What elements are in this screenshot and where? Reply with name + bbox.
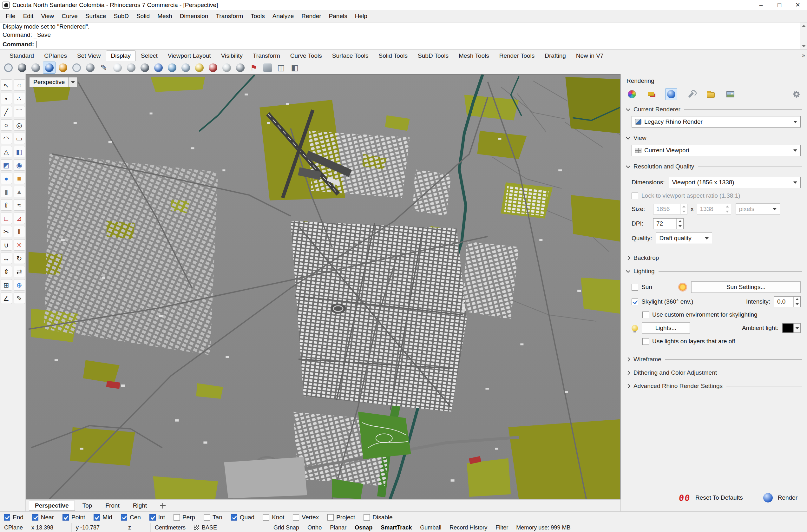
- menu-item[interactable]: Tools: [247, 11, 268, 21]
- toolbar-tab[interactable]: Drafting: [540, 51, 571, 61]
- command-input[interactable]: Command:: [2, 39, 807, 49]
- emap-display-icon[interactable]: [193, 61, 206, 74]
- toolbar-tab[interactable]: Solid Tools: [374, 51, 413, 61]
- gumball-tool-icon[interactable]: ⊕: [14, 279, 25, 290]
- width-field[interactable]: 1856: [653, 204, 687, 214]
- ellipse-tool-icon[interactable]: ◎: [14, 119, 25, 131]
- minimize-button[interactable]: –: [752, 0, 770, 10]
- menu-item[interactable]: File: [2, 11, 19, 21]
- cplane-button[interactable]: CPlane: [0, 523, 27, 532]
- loft-tool-icon[interactable]: ≈: [14, 199, 25, 211]
- monochrome-display-icon[interactable]: [125, 61, 137, 74]
- shaded-display-icon[interactable]: [16, 61, 28, 74]
- sun-checkbox[interactable]: Sun: [632, 284, 679, 290]
- osnap-toggle[interactable]: Tan: [204, 514, 223, 521]
- viewport-canvas[interactable]: Perspective: [26, 74, 620, 499]
- monitor-display-icon[interactable]: [261, 61, 274, 74]
- backface-display-icon[interactable]: [166, 61, 178, 74]
- revolve-tool-icon[interactable]: ◉: [14, 159, 25, 171]
- dpi-field[interactable]: 72: [653, 218, 684, 229]
- scroll-down-icon[interactable]: [800, 43, 807, 49]
- status-toggle[interactable]: Ortho: [303, 523, 326, 532]
- spinner[interactable]: [724, 204, 731, 214]
- lights-button[interactable]: Lights...: [642, 322, 690, 334]
- custom-environment-checkbox[interactable]: Use custom environment for skylighting: [642, 311, 801, 318]
- section-header-lighting[interactable]: Lighting: [626, 265, 802, 278]
- lights-off-layers-checkbox[interactable]: Use lights on layers that are off: [642, 338, 801, 345]
- surface-tool-icon[interactable]: ◧: [14, 146, 25, 157]
- circle-tool-icon[interactable]: ○: [1, 119, 12, 131]
- rectangle-tool-icon[interactable]: ▭: [14, 133, 25, 144]
- tools-panel-tab[interactable]: [685, 88, 697, 100]
- sweep-tool-icon[interactable]: ◩: [1, 159, 12, 171]
- select-tool-icon[interactable]: ↖: [1, 79, 12, 91]
- pan-cross-icon[interactable]: [159, 502, 166, 509]
- trim-tool-icon[interactable]: ✂: [1, 226, 12, 237]
- annotate-tool-icon[interactable]: ✎: [14, 292, 25, 304]
- status-toggle[interactable]: Record History: [445, 523, 492, 532]
- lock-aspect-checkbox[interactable]: Lock to viewport aspect ratio (1.38:1): [632, 192, 801, 199]
- osnap-toggle[interactable]: Vertex: [293, 514, 319, 521]
- scale-tool-icon[interactable]: ⇕: [1, 266, 12, 277]
- menu-item[interactable]: Surface: [81, 11, 110, 21]
- box-tool-icon[interactable]: ■: [14, 173, 25, 184]
- osnap-toggle[interactable]: Perp: [174, 514, 195, 521]
- fillet-tool-icon[interactable]: ∟: [1, 212, 12, 224]
- menu-item[interactable]: Solid: [133, 11, 154, 21]
- cone-tool-icon[interactable]: ▲: [14, 186, 25, 197]
- toolbar-tab[interactable]: Render Tools: [494, 51, 540, 61]
- red-flag-display-icon[interactable]: ⚑: [247, 61, 260, 74]
- wireframe-display-icon[interactable]: [2, 61, 15, 74]
- dimensions-dropdown[interactable]: Viewport (1856 x 1338): [669, 177, 801, 188]
- section-header-current-renderer[interactable]: Current Renderer: [626, 103, 802, 116]
- status-toggle[interactable]: Gumball: [416, 523, 445, 532]
- skylight-checkbox[interactable]: Skylight (360° env.): [632, 298, 693, 305]
- toolbar-tab[interactable]: Standard: [4, 51, 39, 61]
- osnap-toggle[interactable]: Mid: [94, 514, 112, 521]
- units-button[interactable]: Centimeters: [151, 523, 190, 532]
- lasso-select-tool-icon[interactable]: ◌: [14, 79, 25, 91]
- technical-display-icon[interactable]: [70, 61, 83, 74]
- menu-item[interactable]: SubD: [110, 11, 133, 21]
- arc-tool-icon[interactable]: ◠: [1, 133, 12, 144]
- status-toggle[interactable]: Planar: [326, 523, 350, 532]
- menu-item[interactable]: Edit: [19, 11, 37, 21]
- toolbar-overflow-icon[interactable]: »: [802, 52, 805, 59]
- osnap-toggle[interactable]: Knot: [263, 514, 284, 521]
- toolbar-tab[interactable]: New in V7: [571, 51, 609, 61]
- toolbar-tab[interactable]: Set View: [72, 51, 106, 61]
- status-toggle[interactable]: Grid Snap: [269, 523, 303, 532]
- shade-selected-icon[interactable]: [152, 61, 165, 74]
- osnap-toggle[interactable]: Point: [62, 514, 85, 521]
- flat-shade-icon[interactable]: [138, 61, 151, 74]
- layers-panel-tab[interactable]: [646, 88, 658, 100]
- raytraced-display-icon[interactable]: [56, 61, 69, 74]
- viewport-tab[interactable]: Right: [127, 501, 153, 510]
- zebra-display-icon[interactable]: [220, 61, 233, 74]
- status-toggle[interactable]: SmartTrack: [377, 523, 416, 532]
- quality-dropdown[interactable]: Draft quality: [656, 232, 712, 244]
- spinner[interactable]: [676, 218, 683, 229]
- osnap-toggle[interactable]: End: [4, 514, 23, 521]
- viewport-tab[interactable]: Front: [100, 501, 125, 510]
- maximize-button[interactable]: □: [770, 0, 789, 10]
- cylinder-tool-icon[interactable]: ▮: [1, 186, 12, 197]
- intensity-field[interactable]: 0.0: [774, 296, 801, 307]
- scroll-up-icon[interactable]: [800, 22, 807, 29]
- current-renderer-dropdown[interactable]: Legacy Rhino Render: [632, 116, 801, 128]
- ambient-color-picker[interactable]: [782, 323, 801, 333]
- polyline-tool-icon[interactable]: ╱: [1, 106, 12, 117]
- toolbar-tab[interactable]: Display: [106, 51, 136, 61]
- join-tool-icon[interactable]: ∪: [1, 239, 12, 251]
- explode-tool-icon[interactable]: ✳: [14, 239, 25, 251]
- chamfer-tool-icon[interactable]: ⊿: [14, 212, 25, 224]
- viewport-title-dropdown[interactable]: Perspective: [29, 77, 77, 87]
- reset-to-defaults-button[interactable]: 00 Reset To Defaults: [676, 492, 746, 504]
- gear-icon[interactable]: [791, 89, 802, 100]
- section-header-backdrop[interactable]: Backdrop: [626, 251, 802, 265]
- toolbar-tab[interactable]: Surface Tools: [327, 51, 374, 61]
- toolbar-tab[interactable]: Select: [136, 51, 163, 61]
- curve-tool-icon[interactable]: ⌒: [14, 106, 25, 117]
- artistic-display-icon[interactable]: [84, 61, 96, 74]
- osnap-toggle[interactable]: Project: [327, 514, 355, 521]
